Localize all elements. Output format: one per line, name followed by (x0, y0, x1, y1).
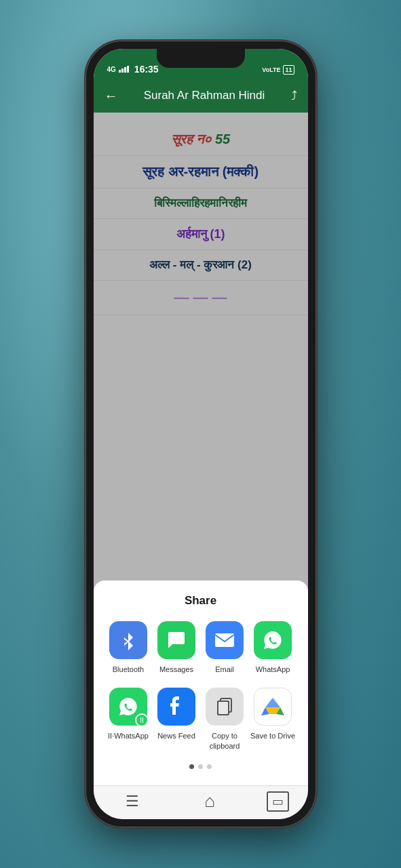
page-indicators (104, 764, 297, 769)
messages-icon (157, 621, 195, 659)
share-row-1: Bluetooth Messages (104, 621, 297, 674)
share-item-messages[interactable]: Messages (153, 621, 199, 674)
home-button[interactable]: ⌂ (191, 785, 229, 817)
copy-label: Copy to clipboard (202, 731, 248, 751)
phone-notch (157, 49, 245, 68)
email-label: Email (215, 665, 234, 674)
share-item-bluetooth[interactable]: Bluetooth (105, 621, 151, 674)
status-left: 4G 16:35 (107, 64, 159, 75)
whatsapp-icon (254, 621, 292, 659)
whatsapp2-label: II·WhatsApp (108, 731, 149, 741)
drive-label: Save to Drive (250, 731, 295, 741)
drive-icon (254, 688, 292, 726)
time-display: 16:35 (134, 64, 159, 75)
bluetooth-label: Bluetooth (113, 665, 144, 674)
share-item-newsfeed[interactable]: News Feed (153, 688, 199, 751)
share-item-email[interactable]: Email (202, 621, 248, 674)
back-button[interactable]: ← (104, 88, 118, 104)
share-button[interactable]: ⤴ (291, 89, 297, 103)
content-area: सूरह न० 55 सूरह अर-रहमान (मक्की) बिस्मिल… (94, 113, 308, 785)
bar3 (124, 67, 126, 73)
bar2 (121, 68, 123, 73)
share-row-2: II II·WhatsApp News Feed (104, 688, 297, 751)
share-item-whatsapp2[interactable]: II II·WhatsApp (105, 688, 151, 751)
share-item-copy[interactable]: Copy to clipboard (202, 688, 248, 751)
bluetooth-icon (109, 621, 147, 659)
bar4 (127, 66, 129, 73)
share-sheet: Share Bluetooth (94, 580, 308, 785)
copy-icon (206, 688, 244, 726)
share-item-whatsapp[interactable]: WhatsApp (250, 621, 296, 674)
network-icon: 4G (107, 66, 116, 73)
page-title: Surah Ar Rahman Hindi (126, 89, 283, 102)
bar1 (119, 70, 121, 73)
messages-label: Messages (159, 665, 193, 674)
whatsapp2-wrap: II (109, 688, 147, 726)
carrier-label: VoLTE (262, 66, 280, 73)
share-item-drive[interactable]: Save to Drive (250, 688, 296, 751)
share-title: Share (104, 594, 297, 608)
dot-3[interactable] (207, 764, 212, 769)
whatsapp-label: WhatsApp (256, 665, 290, 674)
signal-bars (119, 66, 129, 73)
dot-2[interactable] (198, 764, 203, 769)
share-overlay: नाज़ान (7) Share Bluetoot (94, 113, 308, 785)
svg-rect-0 (215, 633, 234, 647)
svg-marker-8 (265, 698, 280, 707)
facebook-icon (157, 688, 195, 726)
phone-screen: 4G 16:35 VoLTE 11 ← Surah Ar Rahman Hind… (94, 49, 308, 819)
email-icon (206, 621, 244, 659)
app-header: ← Surah Ar Rahman Hindi ⤴ (94, 79, 308, 113)
whatsapp2-badge: II (135, 713, 149, 727)
svg-rect-3 (218, 701, 229, 715)
dot-1[interactable] (189, 764, 194, 769)
battery-indicator: 11 (283, 65, 294, 75)
recent-apps-button[interactable]: ▭ (267, 791, 289, 812)
newsfeed-label: News Feed (157, 731, 195, 741)
status-right: VoLTE 11 (262, 65, 294, 75)
menu-button[interactable]: ☰ (112, 787, 153, 816)
bottom-nav: ☰ ⌂ ▭ (94, 785, 308, 819)
phone-frame: 4G 16:35 VoLTE 11 ← Surah Ar Rahman Hind… (85, 41, 316, 827)
